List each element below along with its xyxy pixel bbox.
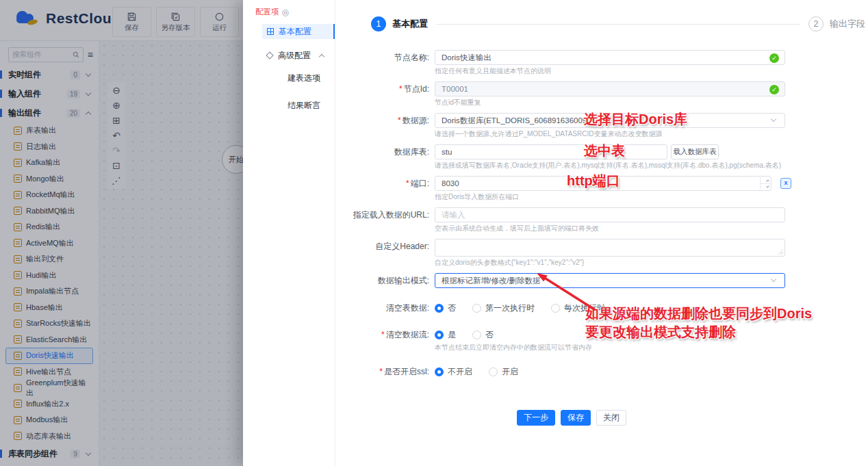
radio-selected-icon — [435, 331, 444, 339]
step-2-indicator: 2 — [808, 16, 824, 31]
radio-ssl-on[interactable]: 开启 — [489, 366, 518, 378]
config-panel-title: 配置项 ◎ — [255, 7, 335, 17]
cube-icon — [266, 51, 273, 59]
valid-check-icon: ✓ — [769, 85, 779, 94]
target-icon: ◎ — [282, 8, 289, 17]
annotation-select-doris-db: 选择目标Doris库 — [584, 110, 687, 129]
nav-create-table-options[interactable]: 建表选项 — [288, 73, 335, 84]
radio-icon — [489, 367, 498, 376]
radio-clear-stream-yes[interactable]: 是 — [435, 329, 456, 341]
annotation-delete-sync-note: 如果源端的数据删除也要同步到Doris 要更改输出模式支持删除 — [585, 305, 812, 341]
radio-clear-table-first-run[interactable]: 第一次执行时 — [472, 302, 535, 314]
field-helper: 自定义doris的头参数格式{"key1":"v1","key2":"v2"} — [435, 259, 785, 267]
form-footer: 下一步 保存 关闭 — [517, 410, 865, 426]
config-form-panel: 1 基本配置 2 输出字段 节点名称: Doris快速输出 ✓ 指定任何有意义且… — [335, 0, 868, 466]
radio-ssl-off[interactable]: 不开启 — [435, 366, 472, 378]
chevron-down-icon — [771, 116, 776, 122]
field-helper: 请选择或填写数据库表名,Oracle支持(用户.表名),mysql支持(库名.表… — [435, 161, 785, 170]
field-helper: 本节点结束后立即清空内存中的数据流可以节省内存 — [435, 344, 785, 352]
radio-selected-icon — [435, 367, 444, 376]
step-2-label: 输出字段 — [830, 18, 865, 30]
field-custom-header: 自定义Header: 自定义doris的头参数格式{"key1":"v1","k… — [335, 239, 865, 267]
field-helper: 节点id不能重复 — [435, 99, 785, 107]
annotation-select-table: 选中表 — [584, 142, 625, 160]
node-id-input: T00001 ✓ — [435, 81, 785, 96]
close-button[interactable]: 关闭 — [596, 410, 626, 426]
nav-result-assertion[interactable]: 结果断言 — [288, 100, 335, 112]
load-tables-button[interactable]: 载入数据库表 — [671, 144, 719, 159]
db-table-input[interactable]: stu — [435, 144, 667, 159]
nav-advanced-config[interactable]: 高级配置 — [243, 48, 335, 63]
number-stepper[interactable] — [760, 177, 770, 190]
variable-icon[interactable]: x — [780, 178, 791, 189]
output-mode-select[interactable]: 根据标记新增/修改/删除数据 — [435, 273, 785, 288]
field-helper: 请选择一个数据源,允许通过P_MODEL_DATASRCID变量来动态改变数据源 — [435, 130, 785, 138]
step-divider — [436, 24, 800, 25]
field-helper: 指定Doris导入数据所在端口 — [435, 193, 785, 201]
config-nav-panel: 配置项 ◎ 基本配置 高级配置 建表选项 结果断言 — [243, 0, 335, 466]
radio-clear-stream-no[interactable]: 否 — [472, 329, 494, 341]
nav-basic-config[interactable]: 基本配置 — [262, 24, 335, 39]
custom-header-textarea[interactable] — [435, 239, 785, 257]
annotation-arrow — [527, 269, 599, 313]
step-down-icon[interactable] — [766, 184, 769, 187]
field-ssl: *是否开启ssl: 不开启 开启 — [335, 365, 865, 378]
field-node-name: 节点名称: Doris快速输出 ✓ 指定任何有意义且能描述本节点的说明 — [335, 50, 865, 75]
load-url-input[interactable]: 请输入 — [435, 207, 785, 222]
radio-icon — [472, 331, 481, 339]
node-name-input[interactable]: Doris快速输出 ✓ — [435, 50, 785, 65]
annotation-http-port: http端口 — [567, 172, 620, 190]
field-helper: 指定任何有意义且能描述本节点的说明 — [435, 67, 785, 75]
field-node-id: *节点Id: T00001 ✓ 节点id不能重复 — [335, 81, 865, 107]
step-1-label: 基本配置 — [392, 18, 428, 30]
wizard-steps: 1 基本配置 2 输出字段 — [335, 16, 865, 31]
step-up-icon[interactable] — [766, 179, 769, 183]
next-step-button[interactable]: 下一步 — [517, 410, 555, 426]
chevron-down-icon — [771, 276, 776, 282]
radio-selected-icon — [435, 304, 444, 313]
app-screen: RestCloud 保存 另存版本 运行 搜索组件 — [0, 0, 868, 466]
field-helper: 空表示由系统自动生成，填写后上面填写的端口将失效 — [435, 224, 785, 233]
grid-icon — [267, 28, 274, 35]
field-output-mode: 数据输出模式: 根据标记新增/修改/删除数据 — [335, 273, 865, 288]
radio-icon — [472, 304, 481, 313]
form-save-button[interactable]: 保存 — [561, 410, 591, 426]
step-1-indicator: 1 — [371, 16, 386, 31]
chevron-up-icon — [319, 53, 324, 59]
radio-clear-table-no[interactable]: 否 — [435, 302, 456, 314]
field-load-url: 指定载入数据的URL: 请输入 空表示由系统自动生成，填写后上面填写的端口将失效 — [335, 207, 865, 233]
valid-check-icon: ✓ — [769, 53, 779, 63]
